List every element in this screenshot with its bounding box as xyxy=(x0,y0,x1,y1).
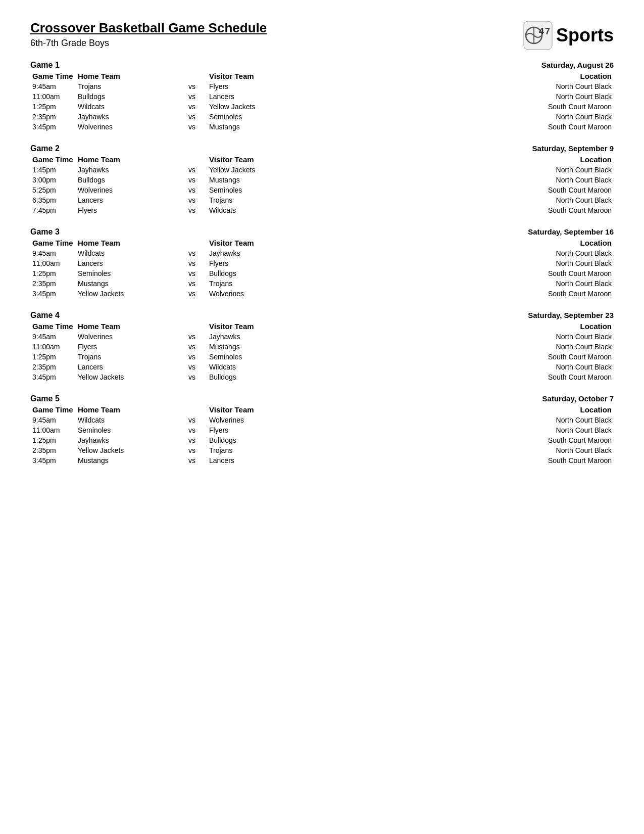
cell-time: 7:45pm xyxy=(30,205,76,215)
cell-visitor: Mustangs xyxy=(207,342,308,352)
cell-home: Wolverines xyxy=(76,332,177,342)
table-row: 1:25pmWildcatsvsYellow JacketsSouth Cour… xyxy=(30,102,614,112)
cell-time: 1:25pm xyxy=(30,268,76,279)
cell-location: South Court Maroon xyxy=(308,372,614,382)
game-section-3: Game 3Saturday, September 16Game TimeHom… xyxy=(30,227,614,299)
cell-location: North Court Black xyxy=(308,258,614,268)
col-header-vs xyxy=(177,321,207,332)
cell-visitor: Flyers xyxy=(207,258,308,268)
subtitle: 6th-7th Grade Boys xyxy=(30,38,267,49)
cell-vs: vs xyxy=(177,289,207,299)
cell-time: 2:35pm xyxy=(30,362,76,372)
cell-vs: vs xyxy=(177,268,207,279)
cell-vs: vs xyxy=(177,122,207,132)
cell-time: 3:45pm xyxy=(30,455,76,466)
cell-time: 9:45am xyxy=(30,81,76,91)
game-label-3: Game 3 xyxy=(30,227,60,237)
col-header-home: Home Team xyxy=(76,321,177,332)
game-header-4: Game 4Saturday, September 23 xyxy=(30,311,614,320)
cell-home: Seminoles xyxy=(76,425,177,435)
cell-vs: vs xyxy=(177,258,207,268)
cell-visitor: Lancers xyxy=(207,455,308,466)
col-header-visitor: Visitor Team xyxy=(207,321,308,332)
main-title: Crossover Basketball Game Schedule xyxy=(30,20,267,36)
table-row: 2:35pmMustangsvsTrojansNorth Court Black xyxy=(30,279,614,289)
cell-vs: vs xyxy=(177,205,207,215)
cell-visitor: Bulldogs xyxy=(207,268,308,279)
cell-visitor: Yellow Jackets xyxy=(207,165,308,175)
col-header-vs xyxy=(177,238,207,248)
game-date-1: Saturday, August 26 xyxy=(541,61,614,69)
title-block: Crossover Basketball Game Schedule 6th-7… xyxy=(30,20,267,49)
cell-time: 1:25pm xyxy=(30,352,76,362)
col-header-time: Game Time xyxy=(30,154,76,165)
col-header-home: Home Team xyxy=(76,71,177,81)
game-date-2: Saturday, September 9 xyxy=(532,144,614,153)
cell-visitor: Yellow Jackets xyxy=(207,102,308,112)
logo-text: Sports xyxy=(556,25,614,46)
cell-visitor: Trojans xyxy=(207,445,308,455)
schedule-table-2: Game TimeHome TeamVisitor TeamLocation1:… xyxy=(30,154,614,215)
table-row: 1:25pmJayhawksvsBulldogsSouth Court Maro… xyxy=(30,435,614,445)
cell-vs: vs xyxy=(177,185,207,195)
cell-visitor: Seminoles xyxy=(207,185,308,195)
game-section-4: Game 4Saturday, September 23Game TimeHom… xyxy=(30,311,614,382)
table-row: 3:45pmWolverinesvsMustangsSouth Court Ma… xyxy=(30,122,614,132)
cell-home: Yellow Jackets xyxy=(76,372,177,382)
cell-visitor: Lancers xyxy=(207,91,308,102)
cell-home: Jayhawks xyxy=(76,435,177,445)
game-label-2: Game 2 xyxy=(30,144,60,153)
table-row: 3:45pmYellow JacketsvsBulldogsSouth Cour… xyxy=(30,372,614,382)
cell-time: 3:45pm xyxy=(30,122,76,132)
cell-home: Bulldogs xyxy=(76,91,177,102)
cell-vs: vs xyxy=(177,102,207,112)
cell-vs: vs xyxy=(177,425,207,435)
cell-visitor: Wolverines xyxy=(207,415,308,425)
cell-home: Wolverines xyxy=(76,185,177,195)
col-header-vs xyxy=(177,154,207,165)
cell-time: 2:35pm xyxy=(30,112,76,122)
cell-visitor: Wildcats xyxy=(207,205,308,215)
cell-location: South Court Maroon xyxy=(308,289,614,299)
cell-time: 11:00am xyxy=(30,91,76,102)
col-header-location: Location xyxy=(308,71,614,81)
cell-home: Flyers xyxy=(76,342,177,352)
game-section-1: Game 1Saturday, August 26Game TimeHome T… xyxy=(30,61,614,132)
table-row: 3:00pmBulldogsvsMustangsNorth Court Blac… xyxy=(30,175,614,185)
cell-time: 2:35pm xyxy=(30,445,76,455)
cell-home: Lancers xyxy=(76,362,177,372)
table-row: 5:25pmWolverinesvsSeminolesSouth Court M… xyxy=(30,185,614,195)
game-header-3: Game 3Saturday, September 16 xyxy=(30,227,614,237)
cell-home: Mustangs xyxy=(76,455,177,466)
cell-visitor: Seminoles xyxy=(207,352,308,362)
cell-vs: vs xyxy=(177,455,207,466)
cell-vs: vs xyxy=(177,195,207,205)
cell-vs: vs xyxy=(177,248,207,258)
col-header-home: Home Team xyxy=(76,154,177,165)
cell-time: 1:25pm xyxy=(30,102,76,112)
cell-vs: vs xyxy=(177,112,207,122)
cell-home: Trojans xyxy=(76,81,177,91)
cell-home: Jayhawks xyxy=(76,112,177,122)
col-header-vs xyxy=(177,71,207,81)
cell-location: South Court Maroon xyxy=(308,102,614,112)
cell-time: 11:00am xyxy=(30,425,76,435)
cell-time: 1:25pm xyxy=(30,435,76,445)
game-label-4: Game 4 xyxy=(30,311,60,320)
col-header-visitor: Visitor Team xyxy=(207,71,308,81)
cell-time: 9:45am xyxy=(30,332,76,342)
col-header-visitor: Visitor Team xyxy=(207,154,308,165)
col-header-time: Game Time xyxy=(30,321,76,332)
cell-time: 5:25pm xyxy=(30,185,76,195)
col-header-time: Game Time xyxy=(30,71,76,81)
cell-location: South Court Maroon xyxy=(308,122,614,132)
cell-time: 3:45pm xyxy=(30,289,76,299)
cell-home: Wildcats xyxy=(76,248,177,258)
table-row: 11:00amBulldogsvsLancersNorth Court Blac… xyxy=(30,91,614,102)
cell-location: South Court Maroon xyxy=(308,185,614,195)
cell-location: North Court Black xyxy=(308,81,614,91)
schedule-table-3: Game TimeHome TeamVisitor TeamLocation9:… xyxy=(30,238,614,299)
cell-home: Lancers xyxy=(76,258,177,268)
cell-home: Seminoles xyxy=(76,268,177,279)
game-header-1: Game 1Saturday, August 26 xyxy=(30,61,614,70)
